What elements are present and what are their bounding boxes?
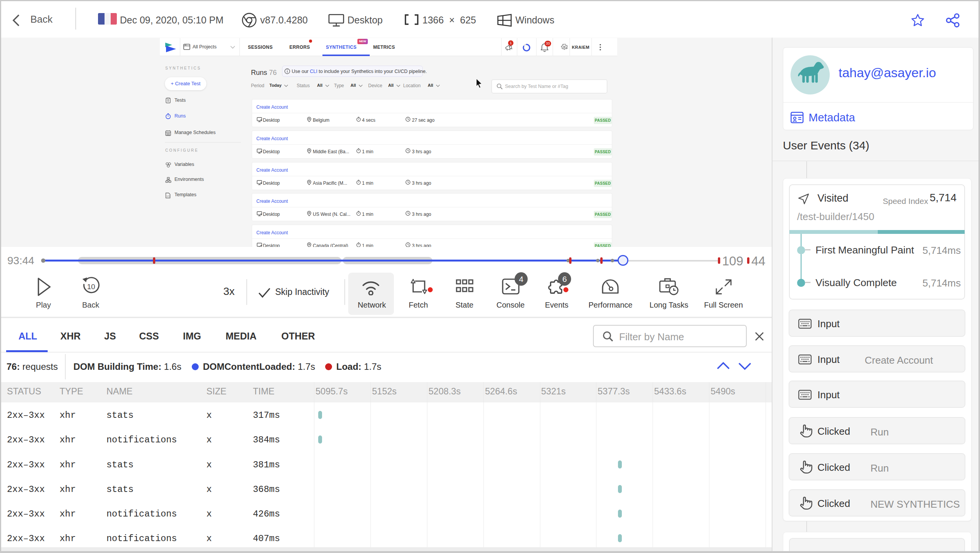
svg-text:</>: </>: [166, 195, 170, 197]
svg-text:10: 10: [87, 283, 95, 291]
